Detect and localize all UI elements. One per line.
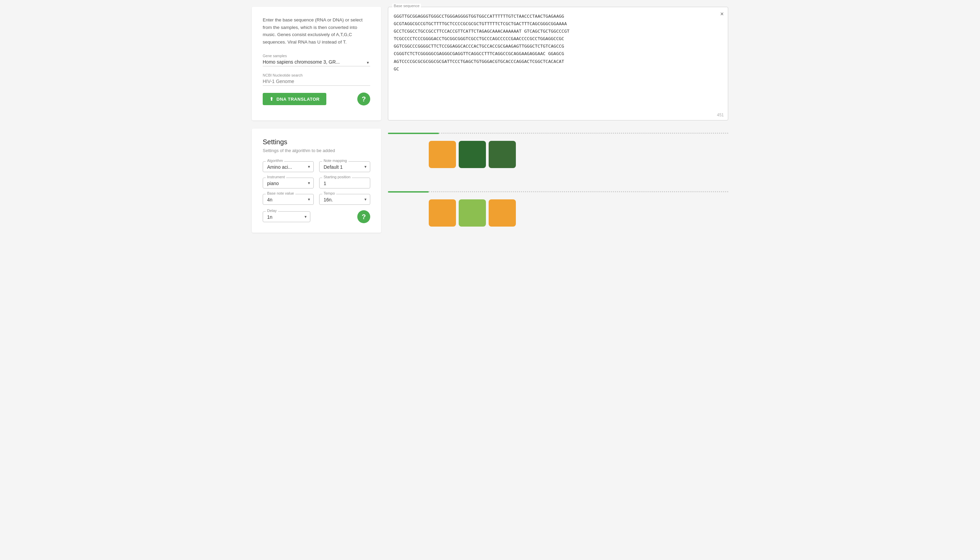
note-mapping-select[interactable]: Default 1 — [323, 164, 366, 170]
ncbi-label: NCBI Nucleotide search — [263, 73, 370, 77]
settings-help-icon: ? — [362, 213, 366, 221]
base-note-field: Base note value 4n ▾ — [263, 194, 314, 205]
track-1 — [388, 128, 728, 173]
top-actions: ⬆ DNA TRANSLATOR ? — [263, 93, 370, 105]
track-2-block-1 — [429, 199, 456, 227]
sequence-close-button[interactable]: × — [720, 10, 724, 18]
sequence-text: GGGTTGCGGAGGGTGGGCCTGGGAGGGGTGGTGGCCATTT… — [394, 13, 722, 115]
tempo-label: Tempo — [322, 191, 336, 195]
settings-title: Settings — [263, 138, 370, 146]
help-button[interactable]: ? — [357, 93, 370, 105]
track-1-dotted — [439, 133, 728, 134]
tempo-select[interactable]: 16n. — [323, 197, 366, 202]
starting-position-label: Starting position — [322, 175, 352, 179]
starting-position-field: Starting position — [319, 178, 370, 188]
algorithm-select[interactable]: Amino aci... — [267, 164, 309, 170]
gene-samples-field: Gene samples Homo sapiens chromosome 3, … — [263, 54, 370, 66]
track-1-block-2 — [459, 141, 486, 168]
instrument-select[interactable]: piano — [267, 181, 309, 186]
gene-samples-select[interactable]: Homo sapiens chromosome 3, GR... — [263, 59, 370, 65]
algorithm-label: Algorithm — [266, 158, 284, 163]
input-panel: Enter the base sequence (RNA or DNA) or … — [252, 7, 381, 120]
note-mapping-field: Note mapping Default 1 ▾ — [319, 161, 370, 172]
track-1-progress — [388, 133, 439, 134]
sequence-box: Base sequence × GGGTTGCGGAGGGTGGGCCTGGGA… — [388, 7, 728, 120]
settings-description: Settings of the algorithm to be added — [263, 148, 370, 153]
track-2-block-3 — [488, 199, 516, 227]
track-1-block-1 — [429, 141, 456, 168]
translate-icon: ⬆ — [270, 96, 274, 102]
sequence-box-label: Base sequence — [392, 4, 421, 8]
starting-position-input[interactable] — [323, 181, 366, 186]
instrument-field: Instrument piano ▾ — [263, 178, 314, 188]
track-2-progress — [388, 191, 429, 193]
sequence-box-wrapper: Base sequence × GGGTTGCGGAGGGTGGGCCTGGGA… — [388, 7, 728, 120]
gene-samples-label: Gene samples — [263, 54, 370, 58]
gene-samples-select-wrapper[interactable]: Homo sapiens chromosome 3, GR... ▾ — [263, 59, 370, 66]
track-2-dotted — [429, 191, 728, 192]
base-note-label: Base note value — [266, 191, 295, 195]
ncbi-input-wrapper[interactable] — [263, 78, 370, 86]
dna-translator-button[interactable]: ⬆ DNA TRANSLATOR — [263, 93, 326, 105]
sequence-count: 451 — [717, 113, 724, 117]
delay-select[interactable]: 1n — [267, 214, 306, 220]
ncbi-field: NCBI Nucleotide search — [263, 73, 370, 86]
track-1-blocks — [388, 141, 728, 168]
settings-grid: Algorithm Amino aci... ▾ Note mapping De… — [263, 161, 370, 205]
tempo-field: Tempo 16n. ▾ — [319, 194, 370, 205]
settings-panel: Settings Settings of the algorithm to be… — [252, 128, 381, 233]
base-note-select[interactable]: 4n — [267, 197, 309, 202]
track-2-block-2 — [459, 199, 486, 227]
instrument-label: Instrument — [266, 175, 286, 179]
delay-label: Delay — [266, 208, 278, 213]
description-text: Enter the base sequence (RNA or DNA) or … — [263, 16, 370, 46]
note-mapping-label: Note mapping — [322, 158, 348, 163]
help-icon: ? — [362, 95, 366, 103]
algorithm-field: Algorithm Amino aci... ▾ — [263, 161, 314, 172]
visualization-panel — [388, 128, 728, 233]
track-1-block-3 — [488, 141, 516, 168]
ncbi-input[interactable] — [263, 78, 370, 84]
delay-field: Delay 1n ▾ — [263, 211, 310, 222]
translate-btn-label: DNA TRANSLATOR — [277, 97, 320, 102]
track-2-blocks — [388, 199, 728, 227]
settings-bottom: Delay 1n ▾ ? — [263, 210, 370, 223]
track-2 — [388, 187, 728, 232]
settings-help-button[interactable]: ? — [357, 210, 370, 223]
